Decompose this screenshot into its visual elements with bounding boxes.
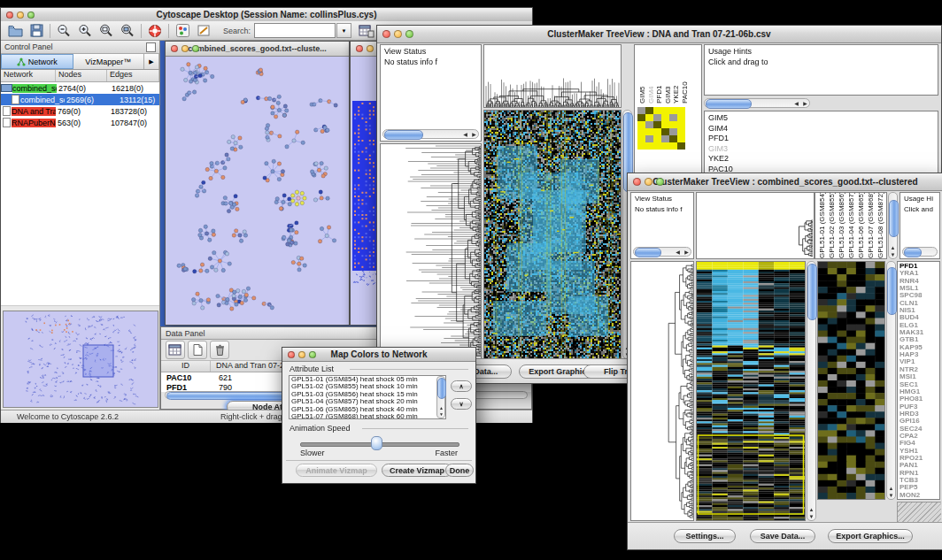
main-titlebar[interactable]: Cytoscape Desktop (Session Name: collins… xyxy=(1,8,532,22)
row-dendrogram-canvas[interactable] xyxy=(381,144,481,358)
scroll-left-icon[interactable]: ◀ xyxy=(792,101,800,106)
minimize-icon[interactable] xyxy=(181,45,189,52)
settings-button[interactable]: Settings... xyxy=(674,529,736,543)
usage-hints-hscrollbar[interactable] xyxy=(902,247,938,257)
scrollbar-thumb[interactable] xyxy=(889,200,899,237)
gene-label[interactable]: GIM4 xyxy=(708,124,938,134)
move-up-button[interactable]: ∧ xyxy=(451,380,472,392)
slider-thumb[interactable] xyxy=(371,436,382,450)
network-row[interactable]: combined_scores2764(0)16218(0) xyxy=(1,82,159,94)
close-icon[interactable] xyxy=(171,45,178,52)
dialog-titlebar[interactable]: Map Colors to Network xyxy=(282,348,475,362)
close-icon[interactable] xyxy=(382,30,390,38)
zoom-window-icon[interactable] xyxy=(27,12,35,19)
gene-label[interactable]: GIM5 xyxy=(708,113,938,124)
col-id[interactable]: ID xyxy=(161,361,211,372)
create-vizmap-button[interactable]: Create Vizmap xyxy=(382,464,452,477)
attribute-list-vscrollbar[interactable]: ▲ ▼ xyxy=(436,376,445,418)
gene-label[interactable]: YKE2 xyxy=(708,154,938,165)
scrollbar-thumb[interactable] xyxy=(437,378,446,399)
scrollbar-thumb[interactable] xyxy=(635,248,661,257)
scroll-up-icon[interactable]: ▲ xyxy=(887,486,895,491)
annotation-icon[interactable] xyxy=(193,22,214,40)
network-row[interactable]: combined_sco2569(6)13112(15) xyxy=(1,94,159,105)
zoom-out-icon[interactable] xyxy=(53,22,74,40)
minimize-icon[interactable] xyxy=(645,178,652,186)
scroll-up-icon[interactable]: ▲ xyxy=(889,245,897,250)
gene-label[interactable]: MON2 xyxy=(900,492,939,499)
scroll-right-icon[interactable]: ▶ xyxy=(801,101,809,106)
scrollbar-thumb[interactable] xyxy=(807,264,817,320)
heatmap-canvas[interactable] xyxy=(484,111,621,358)
help-ring-icon[interactable] xyxy=(144,22,166,40)
scrollbar-thumb[interactable] xyxy=(904,248,922,257)
animate-vizmap-button[interactable]: Animate Vizmap xyxy=(296,464,377,477)
minimize-icon[interactable] xyxy=(298,351,305,358)
network-row[interactable]: DNA and Tran 07769(0)183728(0) xyxy=(1,105,159,117)
column-labels-vscrollbar[interactable]: ▲ ▼ xyxy=(888,192,898,259)
close-icon[interactable] xyxy=(288,351,295,358)
network-view-titlebar[interactable]: combined_scores_good.txt--cluste... xyxy=(166,42,349,57)
col-network[interactable]: Network xyxy=(1,70,56,81)
treeview-dna-titlebar[interactable]: ClusterMaker TreeView : DNA and Tran 07-… xyxy=(377,26,941,43)
scrollbar-thumb[interactable] xyxy=(384,130,423,140)
tab-vizmapper[interactable]: VizMapper™ xyxy=(73,54,145,69)
scroll-down-icon[interactable]: ▼ xyxy=(887,493,895,498)
minimize-icon[interactable] xyxy=(367,45,374,52)
new-attribute-icon[interactable] xyxy=(188,341,207,359)
attribute-table-icon[interactable] xyxy=(166,341,185,359)
tab-network[interactable]: Network xyxy=(1,54,73,69)
gene-label[interactable]: PFD1 xyxy=(708,134,938,144)
gene-label[interactable]: GIM3 xyxy=(708,144,938,155)
zoom-fit-icon[interactable] xyxy=(96,22,117,40)
attribute-list[interactable]: GPL51-01 (GSM854) heat shock 05 minGPL51… xyxy=(289,375,446,419)
zoom-in-icon[interactable] xyxy=(74,22,96,40)
close-icon[interactable] xyxy=(633,178,641,186)
scroll-down-icon[interactable]: ▼ xyxy=(807,514,815,519)
zoom-region-icon[interactable] xyxy=(117,22,138,40)
zoom-window-icon[interactable] xyxy=(405,30,413,38)
close-icon[interactable] xyxy=(6,12,13,19)
scrollbar-thumb[interactable] xyxy=(887,267,897,315)
resize-grip[interactable] xyxy=(897,502,941,522)
zoom-window-icon[interactable] xyxy=(192,45,199,52)
view-status-hscrollbar[interactable]: ◀ ▶ xyxy=(633,247,691,257)
close-icon[interactable] xyxy=(356,45,363,52)
scroll-down-icon[interactable]: ▼ xyxy=(889,252,897,257)
float-panel-icon[interactable] xyxy=(146,42,156,52)
scroll-left-icon[interactable]: ◀ xyxy=(461,132,469,137)
scroll-right-icon[interactable]: ▶ xyxy=(683,249,691,255)
treeview-combined-titlebar[interactable]: ClusterMaker TreeView : combined_scores_… xyxy=(628,173,942,191)
save-icon[interactable] xyxy=(26,22,47,40)
delete-attribute-icon[interactable] xyxy=(210,341,229,359)
col-nodes[interactable]: Nodes xyxy=(56,70,107,81)
search-dropdown-icon[interactable]: ▼ xyxy=(336,23,351,38)
network-graph-canvas[interactable] xyxy=(166,57,347,324)
heatmap-canvas[interactable] xyxy=(697,262,805,520)
summary-matrix-canvas[interactable] xyxy=(637,107,685,150)
open-icon[interactable] xyxy=(4,22,26,40)
heatmap-vscrollbar[interactable]: ▲ ▼ xyxy=(807,261,816,521)
column-dendrogram-canvas[interactable] xyxy=(484,45,621,107)
scroll-left-icon[interactable]: ◀ xyxy=(674,249,682,255)
scroll-up-icon[interactable]: ▲ xyxy=(807,507,815,512)
zoom-heatmap-canvas[interactable] xyxy=(818,262,884,499)
scroll-down-icon[interactable]: ▼ xyxy=(437,411,445,417)
done-button[interactable]: Done xyxy=(445,464,474,477)
zoom-window-icon[interactable] xyxy=(656,178,664,186)
attribute-list-item[interactable]: GPL51-07 (GSM868) heat shock 60 min xyxy=(290,413,445,419)
vizmapper-icon[interactable] xyxy=(172,22,193,40)
scrollbar-thumb[interactable] xyxy=(706,99,752,109)
col-edges[interactable]: Edges xyxy=(107,70,159,81)
network-overview-panel[interactable] xyxy=(3,311,158,408)
gene-list-hscrollbar[interactable]: ◀ ▶ xyxy=(704,98,810,108)
move-down-button[interactable]: ∨ xyxy=(451,398,472,410)
table-import-icon[interactable] xyxy=(355,22,376,40)
minimize-icon[interactable] xyxy=(394,30,402,38)
network-row[interactable]: RNAPuberNov2+563(0)107847(0) xyxy=(1,117,159,128)
save-data-button[interactable]: Save Data... xyxy=(750,529,815,543)
zoom-window-icon[interactable] xyxy=(309,351,316,358)
view-status-hscrollbar[interactable]: ◀ ▶ xyxy=(382,129,479,139)
export-graphics-button[interactable]: Export Graphics... xyxy=(828,529,913,543)
scroll-right-icon[interactable]: ▶ xyxy=(470,132,478,137)
